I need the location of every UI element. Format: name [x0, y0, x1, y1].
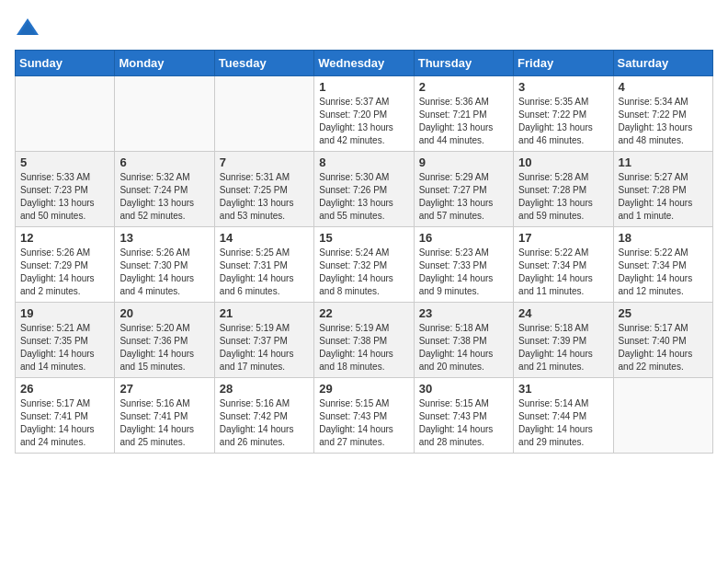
calendar-cell: 14Sunrise: 5:25 AM Sunset: 7:31 PM Dayli… [214, 227, 313, 303]
day-number: 5 [20, 155, 109, 169]
day-number: 16 [419, 231, 508, 245]
day-number: 6 [119, 155, 209, 169]
day-number: 1 [319, 80, 408, 94]
calendar-cell: 8Sunrise: 5:30 AM Sunset: 7:26 PM Daylig… [314, 152, 414, 227]
day-info: Sunrise: 5:19 AM Sunset: 7:38 PM Dayligh… [319, 322, 408, 373]
day-info: Sunrise: 5:22 AM Sunset: 7:34 PM Dayligh… [518, 247, 608, 298]
calendar-cell: 22Sunrise: 5:19 AM Sunset: 7:38 PM Dayli… [314, 303, 414, 378]
calendar-cell: 24Sunrise: 5:18 AM Sunset: 7:39 PM Dayli… [514, 303, 613, 378]
calendar-cell: 19Sunrise: 5:21 AM Sunset: 7:35 PM Dayli… [16, 303, 115, 378]
day-info: Sunrise: 5:32 AM Sunset: 7:24 PM Dayligh… [119, 171, 209, 223]
day-info: Sunrise: 5:22 AM Sunset: 7:34 PM Dayligh… [619, 247, 708, 298]
calendar-week-row: 5Sunrise: 5:33 AM Sunset: 7:23 PM Daylig… [16, 152, 713, 227]
calendar-header-row: SundayMondayTuesdayWednesdayThursdayFrid… [16, 51, 713, 76]
day-info: Sunrise: 5:31 AM Sunset: 7:25 PM Dayligh… [220, 171, 309, 223]
calendar-table: SundayMondayTuesdayWednesdayThursdayFrid… [15, 50, 713, 454]
header [15, 15, 713, 40]
logo [15, 15, 44, 40]
calendar-cell: 2Sunrise: 5:36 AM Sunset: 7:21 PM Daylig… [414, 76, 513, 152]
day-number: 8 [319, 155, 408, 169]
calendar-day-header: Tuesday [214, 51, 313, 76]
day-number: 25 [619, 306, 708, 320]
calendar-day-header: Wednesday [314, 51, 414, 76]
day-number: 13 [119, 231, 209, 245]
calendar-cell: 27Sunrise: 5:16 AM Sunset: 7:41 PM Dayli… [115, 378, 214, 454]
calendar-cell: 18Sunrise: 5:22 AM Sunset: 7:34 PM Dayli… [613, 227, 712, 303]
logo-icon [15, 15, 40, 40]
day-number: 19 [20, 306, 109, 320]
calendar-cell: 28Sunrise: 5:16 AM Sunset: 7:42 PM Dayli… [214, 378, 313, 454]
calendar-day-header: Friday [514, 51, 613, 76]
day-info: Sunrise: 5:37 AM Sunset: 7:20 PM Dayligh… [319, 96, 408, 147]
day-number: 30 [419, 382, 508, 396]
day-number: 18 [619, 231, 708, 245]
calendar-cell: 9Sunrise: 5:29 AM Sunset: 7:27 PM Daylig… [414, 152, 513, 227]
calendar-day-header: Monday [115, 51, 214, 76]
day-info: Sunrise: 5:23 AM Sunset: 7:33 PM Dayligh… [419, 247, 508, 298]
calendar-cell: 17Sunrise: 5:22 AM Sunset: 7:34 PM Dayli… [514, 227, 613, 303]
day-info: Sunrise: 5:18 AM Sunset: 7:38 PM Dayligh… [419, 322, 508, 373]
day-number: 9 [419, 155, 508, 169]
calendar-cell: 29Sunrise: 5:15 AM Sunset: 7:43 PM Dayli… [314, 378, 414, 454]
day-info: Sunrise: 5:16 AM Sunset: 7:42 PM Dayligh… [220, 397, 309, 449]
calendar-cell: 16Sunrise: 5:23 AM Sunset: 7:33 PM Dayli… [414, 227, 513, 303]
day-info: Sunrise: 5:17 AM Sunset: 7:41 PM Dayligh… [20, 397, 109, 449]
calendar-cell: 4Sunrise: 5:34 AM Sunset: 7:22 PM Daylig… [613, 76, 712, 152]
day-info: Sunrise: 5:21 AM Sunset: 7:35 PM Dayligh… [20, 322, 109, 373]
day-info: Sunrise: 5:28 AM Sunset: 7:28 PM Dayligh… [518, 171, 608, 223]
day-info: Sunrise: 5:24 AM Sunset: 7:32 PM Dayligh… [319, 247, 408, 298]
calendar-cell: 11Sunrise: 5:27 AM Sunset: 7:28 PM Dayli… [613, 152, 712, 227]
day-number: 27 [119, 382, 209, 396]
day-info: Sunrise: 5:27 AM Sunset: 7:28 PM Dayligh… [619, 171, 708, 223]
calendar-week-row: 1Sunrise: 5:37 AM Sunset: 7:20 PM Daylig… [16, 76, 713, 152]
day-info: Sunrise: 5:35 AM Sunset: 7:22 PM Dayligh… [518, 96, 608, 147]
day-number: 31 [518, 382, 608, 396]
day-info: Sunrise: 5:33 AM Sunset: 7:23 PM Dayligh… [20, 171, 109, 223]
day-number: 29 [319, 382, 408, 396]
calendar-cell: 12Sunrise: 5:26 AM Sunset: 7:29 PM Dayli… [16, 227, 115, 303]
calendar-week-row: 19Sunrise: 5:21 AM Sunset: 7:35 PM Dayli… [16, 303, 713, 378]
calendar-day-header: Thursday [414, 51, 513, 76]
day-number: 12 [20, 231, 109, 245]
day-info: Sunrise: 5:26 AM Sunset: 7:29 PM Dayligh… [20, 247, 109, 298]
calendar-cell: 23Sunrise: 5:18 AM Sunset: 7:38 PM Dayli… [414, 303, 513, 378]
day-info: Sunrise: 5:14 AM Sunset: 7:44 PM Dayligh… [518, 397, 608, 449]
day-number: 7 [220, 155, 309, 169]
calendar-day-header: Sunday [16, 51, 115, 76]
day-info: Sunrise: 5:30 AM Sunset: 7:26 PM Dayligh… [319, 171, 408, 223]
calendar-cell: 7Sunrise: 5:31 AM Sunset: 7:25 PM Daylig… [214, 152, 313, 227]
calendar-cell: 20Sunrise: 5:20 AM Sunset: 7:36 PM Dayli… [115, 303, 214, 378]
day-info: Sunrise: 5:26 AM Sunset: 7:30 PM Dayligh… [119, 247, 209, 298]
day-number: 10 [518, 155, 608, 169]
day-number: 20 [119, 306, 209, 320]
day-number: 23 [419, 306, 508, 320]
calendar-cell: 10Sunrise: 5:28 AM Sunset: 7:28 PM Dayli… [514, 152, 613, 227]
calendar-cell: 21Sunrise: 5:19 AM Sunset: 7:37 PM Dayli… [214, 303, 313, 378]
day-number: 4 [619, 80, 708, 94]
day-info: Sunrise: 5:25 AM Sunset: 7:31 PM Dayligh… [220, 247, 309, 298]
calendar-cell: 5Sunrise: 5:33 AM Sunset: 7:23 PM Daylig… [16, 152, 115, 227]
day-number: 24 [518, 306, 608, 320]
day-number: 28 [220, 382, 309, 396]
day-number: 15 [319, 231, 408, 245]
day-number: 11 [619, 155, 708, 169]
calendar-week-row: 12Sunrise: 5:26 AM Sunset: 7:29 PM Dayli… [16, 227, 713, 303]
calendar-cell: 31Sunrise: 5:14 AM Sunset: 7:44 PM Dayli… [514, 378, 613, 454]
calendar-cell: 25Sunrise: 5:17 AM Sunset: 7:40 PM Dayli… [613, 303, 712, 378]
day-info: Sunrise: 5:15 AM Sunset: 7:43 PM Dayligh… [419, 397, 508, 449]
day-info: Sunrise: 5:34 AM Sunset: 7:22 PM Dayligh… [619, 96, 708, 147]
calendar-cell: 13Sunrise: 5:26 AM Sunset: 7:30 PM Dayli… [115, 227, 214, 303]
day-info: Sunrise: 5:16 AM Sunset: 7:41 PM Dayligh… [119, 397, 209, 449]
calendar-cell: 30Sunrise: 5:15 AM Sunset: 7:43 PM Dayli… [414, 378, 513, 454]
calendar-cell: 15Sunrise: 5:24 AM Sunset: 7:32 PM Dayli… [314, 227, 414, 303]
day-info: Sunrise: 5:18 AM Sunset: 7:39 PM Dayligh… [518, 322, 608, 373]
day-number: 22 [319, 306, 408, 320]
day-number: 21 [220, 306, 309, 320]
day-info: Sunrise: 5:17 AM Sunset: 7:40 PM Dayligh… [619, 322, 708, 373]
day-number: 2 [419, 80, 508, 94]
calendar-cell: 26Sunrise: 5:17 AM Sunset: 7:41 PM Dayli… [16, 378, 115, 454]
day-number: 17 [518, 231, 608, 245]
calendar-day-header: Saturday [613, 51, 712, 76]
day-info: Sunrise: 5:20 AM Sunset: 7:36 PM Dayligh… [119, 322, 209, 373]
calendar-cell [16, 76, 115, 152]
